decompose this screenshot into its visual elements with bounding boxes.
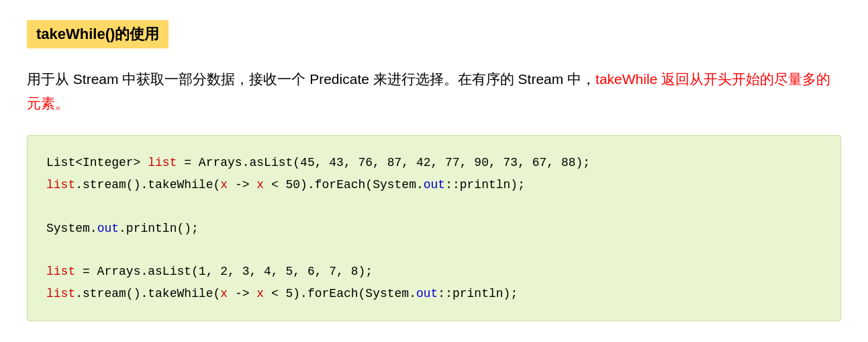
description: 用于从 Stream 中获取一部分数据，接收一个 Predicate 来进行选择… <box>27 67 841 115</box>
code-line-6: list = Arrays.asList(1, 2, 3, 4, 5, 6, 7… <box>46 261 822 282</box>
code-line-7: list.stream().takeWhile(x -> x < 5).forE… <box>46 283 822 304</box>
code-line-4: System.out.println(); <box>46 218 822 239</box>
code-line-2: list.stream().takeWhile(x -> x < 50).for… <box>46 174 822 196</box>
code-line-empty-2 <box>46 239 822 261</box>
title-text: takeWhile()的使用 <box>36 26 159 42</box>
code-block: List<Integer> list = Arrays.asList(45, 4… <box>27 135 841 321</box>
code-line-empty-1 <box>46 196 822 217</box>
description-prefix: 用于从 Stream 中获取一部分数据，接收一个 Predicate 来进行选择… <box>27 71 595 87</box>
code-line-1: List<Integer> list = Arrays.asList(45, 4… <box>46 152 822 173</box>
title-box: takeWhile()的使用 <box>27 20 168 48</box>
